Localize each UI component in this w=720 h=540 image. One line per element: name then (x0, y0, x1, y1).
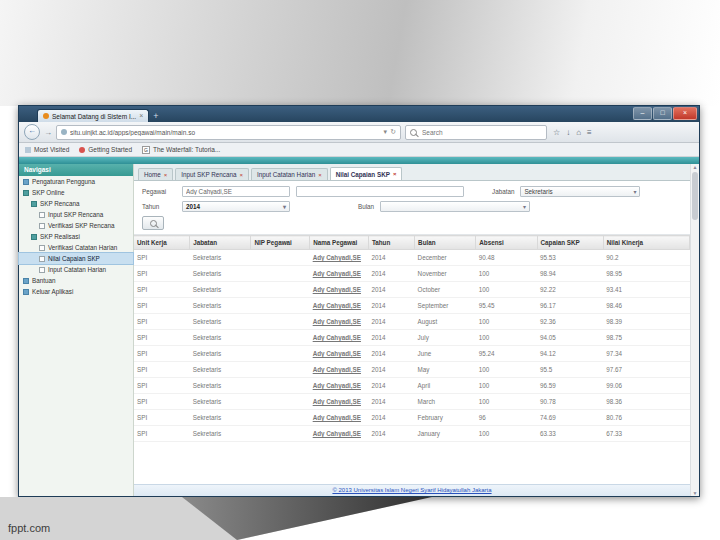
browser-search-box[interactable] (405, 125, 547, 140)
search-button[interactable] (142, 216, 164, 230)
bulan-select[interactable]: ▾ (380, 201, 530, 212)
back-button[interactable]: ← (24, 124, 40, 140)
forward-button[interactable]: → (44, 128, 52, 137)
sidebar-item-label: SKP Rencana (40, 200, 79, 207)
cell-bulan: August (415, 314, 476, 330)
column-header-tahun[interactable]: Tahun (368, 236, 414, 250)
column-header-nip-pegawai[interactable]: NIP Pegawai (251, 236, 310, 250)
employee-link[interactable]: Ady Cahyadi,SE (310, 378, 369, 394)
cell-absensi: 100 (476, 378, 537, 394)
column-header-capaian-skp[interactable]: Capaian SKP (537, 236, 603, 250)
page-icon (39, 256, 45, 262)
maximize-button[interactable]: □ (653, 107, 672, 120)
scroll-down-icon[interactable]: ▼ (693, 490, 698, 496)
employee-link[interactable]: Ady Cahyadi,SE (310, 298, 369, 314)
sidebar-item-input-skp-rencana[interactable]: Input SKP Rencana (19, 209, 133, 220)
employee-link[interactable]: Ady Cahyadi,SE (310, 282, 369, 298)
browser-tab[interactable]: Selamat Datang di Sistem I... × (37, 109, 149, 122)
employee-link[interactable]: Ady Cahyadi,SE (310, 410, 369, 426)
tab-close-icon[interactable]: × (139, 113, 143, 119)
column-header-jabatan[interactable]: Jabatan (190, 236, 251, 250)
employee-link[interactable]: Ady Cahyadi,SE (310, 266, 369, 282)
bookmark-most-visited[interactable]: Most Visited (25, 146, 69, 153)
cell-tahun: 2014 (368, 298, 414, 314)
pegawai-input[interactable] (182, 186, 290, 197)
search-input[interactable] (420, 128, 542, 137)
downloads-icon[interactable]: ↓ (566, 128, 570, 137)
sidebar-item-keluar-aplikasi[interactable]: Keluar Aplikasi (19, 286, 133, 297)
column-header-nilai-kinerja[interactable]: Nilai Kinerja (603, 236, 689, 250)
cell-unit: SPI (134, 394, 190, 410)
sidebar-item-verifikasi-catatan-harian[interactable]: Verifikasi Catatan Harian (19, 242, 133, 253)
sidebar-item-verifikasi-skp-rencana[interactable]: Verifikasi SKP Rencana (19, 220, 133, 231)
tab-close-icon[interactable]: × (240, 172, 244, 178)
employee-link[interactable]: Ady Cahyadi,SE (310, 330, 369, 346)
tahun-select[interactable]: 2014 ▾ (182, 201, 290, 212)
cell-capaian: 96.59 (537, 378, 603, 394)
tab-nilai-capaian-skp[interactable]: Nilai Capaian SKP× (330, 167, 403, 180)
employee-link[interactable]: Ady Cahyadi,SE (310, 394, 369, 410)
tab-close-icon[interactable]: × (393, 171, 397, 177)
cell-nilai: 97.34 (603, 346, 689, 362)
cell-unit: SPI (134, 282, 190, 298)
cell-capaian: 95.5 (537, 362, 603, 378)
bookmarks-bar: Most VisitedGetting StartedGThe Waterfal… (19, 143, 699, 157)
column-header-absensi[interactable]: Absensi (476, 236, 537, 250)
bookmark-label: The Waterfall: Tutoria... (153, 146, 220, 153)
sidebar-item-skp-rencana[interactable]: SKP Rencana (19, 198, 133, 209)
menu-icon[interactable]: ≡ (587, 128, 592, 137)
column-header-unit-kerja[interactable]: Unit Kerja (134, 236, 190, 250)
home-icon[interactable]: ⌂ (576, 128, 581, 137)
sidebar-item-label: Input Catatan Harian (48, 266, 106, 273)
tab-input-skp-rencana[interactable]: Input SKP Rencana× (175, 168, 249, 180)
navbar-icons: ☆ ↓ ⌂ ≡ (553, 128, 592, 137)
search-icon (410, 129, 417, 136)
employee-link[interactable]: Ady Cahyadi,SE (310, 362, 369, 378)
cell-nip (251, 282, 310, 298)
table-row: SPISekretarisAdy Cahyadi,SE2014December9… (134, 250, 690, 266)
employee-link[interactable]: Ady Cahyadi,SE (310, 346, 369, 362)
jabatan-select[interactable]: Sekretaris ▾ (520, 186, 640, 197)
sidebar-item-skp-realisasi[interactable]: SKP Realisasi (19, 231, 133, 242)
sidebar-item-bantuan[interactable]: Bantuan (19, 275, 133, 286)
cell-tahun: 2014 (368, 426, 414, 442)
copyright-link[interactable]: © 2013 Universitas Islam Negeri Syarif H… (332, 487, 491, 493)
vertical-scrollbar[interactable]: ▲ ▼ (690, 164, 699, 496)
minimize-button[interactable]: – (633, 107, 652, 120)
employee-link[interactable]: Ady Cahyadi,SE (310, 250, 369, 266)
new-tab-button[interactable]: + (153, 110, 158, 122)
bookmark-getting-started[interactable]: Getting Started (79, 146, 132, 153)
cell-unit: SPI (134, 330, 190, 346)
scroll-up-icon[interactable]: ▲ (693, 164, 698, 170)
nip-input[interactable] (296, 186, 464, 197)
sidebar-title: Navigasi (19, 164, 133, 176)
tab-close-icon[interactable]: × (164, 172, 168, 178)
employee-link[interactable]: Ady Cahyadi,SE (310, 314, 369, 330)
pegawai-label: Pegawai (142, 188, 176, 195)
bookmark-the-waterfall-tutoria[interactable]: GThe Waterfall: Tutoria... (142, 146, 220, 154)
reload-icon[interactable]: ↻ (390, 128, 396, 136)
cell-jabatan: Sekretaris (190, 362, 251, 378)
scrollbar-thumb[interactable] (692, 172, 698, 220)
column-header-bulan[interactable]: Bulan (415, 236, 476, 250)
sidebar-item-input-catatan-harian[interactable]: Input Catatan Harian (19, 264, 133, 275)
results-table: Unit KerjaJabatanNIP PegawaiNama Pegawai… (134, 235, 690, 442)
page-icon (39, 223, 45, 229)
collapse-icon (23, 190, 29, 196)
cell-tahun: 2014 (368, 362, 414, 378)
sidebar-item-nilai-capaian-skp[interactable]: Nilai Capaian SKP (19, 253, 133, 264)
close-button[interactable]: × (673, 107, 697, 120)
sidebar-item-pengaturan-pengguna[interactable]: Pengaturan Pengguna (19, 176, 133, 187)
url-dropdown-icon[interactable]: ▾ (384, 128, 388, 136)
address-bar[interactable]: situ.uinjkt.ac.id/apps/pegawai/main/main… (56, 125, 401, 140)
sidebar-item-skp-online[interactable]: SKP Online (19, 187, 133, 198)
employee-link[interactable]: Ady Cahyadi,SE (310, 426, 369, 442)
tab-input-catatan-harian[interactable]: Input Catatan Harian× (251, 168, 328, 180)
bookmark-star-icon[interactable]: ☆ (553, 128, 560, 137)
tab-close-icon[interactable]: × (318, 172, 322, 178)
sidebar-items: Pengaturan PenggunaSKP OnlineSKP Rencana… (19, 176, 133, 297)
cell-bulan: October (415, 282, 476, 298)
column-header-nama-pegawai[interactable]: Nama Pegawai (310, 236, 369, 250)
cell-jabatan: Sekretaris (190, 298, 251, 314)
tab-home[interactable]: Home× (138, 168, 173, 180)
